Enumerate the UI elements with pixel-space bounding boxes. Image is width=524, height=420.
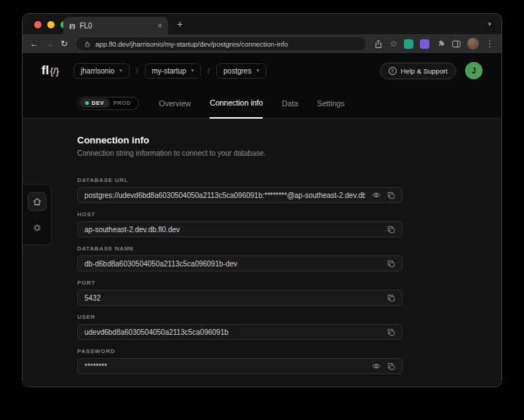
minimize-window-button[interactable] — [47, 21, 55, 28]
desktop-background: {/} FL0 × + ▾ ← → ↻ app.fl0.dev/jharriso… — [0, 0, 524, 420]
side-rail — [23, 184, 52, 245]
tab-connection-info[interactable]: Connection info — [210, 88, 263, 119]
extension-teal-icon[interactable] — [404, 39, 413, 49]
browser-window: {/} FL0 × + ▾ ← → ↻ app.fl0.dev/jharriso… — [22, 13, 502, 387]
field-label: PORT — [77, 280, 402, 286]
field-host: HOST ap-southeast-2.dev.db.fl0.dev — [77, 211, 402, 237]
tab-title: FL0 — [79, 22, 153, 30]
field-label: USER — [77, 314, 402, 320]
host-input[interactable]: ap-southeast-2.dev.db.fl0.dev — [77, 221, 402, 237]
field-value: db-d6bd8a6030504050a2113c5ca096091b-dev — [84, 260, 381, 268]
reveal-eye-icon[interactable] — [372, 362, 381, 371]
app-page: fl {/} jharrisonio ▾ / my-startup ▾ / — [23, 53, 501, 387]
tab-settings[interactable]: Settings — [317, 88, 345, 118]
copy-icon[interactable] — [387, 191, 395, 199]
field-value: ap-southeast-2.dev.db.fl0.dev — [84, 226, 381, 234]
copy-icon[interactable] — [387, 362, 395, 371]
password-input[interactable]: ******** — [77, 358, 402, 374]
field-label: DATABASE URL — [77, 177, 402, 183]
project-selector[interactable]: my-startup ▾ — [145, 63, 202, 79]
field-value: 5432 — [84, 294, 381, 302]
tab-favicon-icon: {/} — [69, 23, 75, 29]
browser-tab[interactable]: {/} FL0 × — [63, 17, 168, 34]
connection-info-panel: Connection info Connection string inform… — [77, 119, 402, 374]
reload-button[interactable]: ↻ — [60, 39, 68, 48]
copy-icon[interactable] — [387, 260, 395, 268]
user-input[interactable]: udevd6bd8a6030504050a2113c5ca096091b — [77, 324, 402, 340]
help-support-button[interactable]: ? Help & Support — [380, 63, 456, 79]
breadcrumb-separator: / — [207, 67, 210, 75]
url-text: app.fl0.dev/jharrisonio/my-startup/dev/p… — [95, 40, 288, 48]
address-bar[interactable]: app.fl0.dev/jharrisonio/my-startup/dev/p… — [76, 37, 365, 50]
field-value: postgres://udevd6bd8a6030504050a2113c5ca… — [84, 191, 365, 199]
field-database-name: DATABASE NAME db-d6bd8a6030504050a2113c5… — [77, 245, 402, 272]
page-subtitle: Connection string information to connect… — [77, 149, 402, 157]
home-nav-button[interactable] — [28, 192, 47, 211]
field-user: USER udevd6bd8a6030504050a2113c5ca096091… — [77, 314, 402, 340]
port-input[interactable]: 5432 — [77, 290, 402, 306]
chevron-down-icon: ▾ — [191, 68, 194, 74]
copy-icon[interactable] — [387, 328, 395, 336]
reveal-eye-icon[interactable] — [372, 191, 381, 199]
field-label: HOST — [77, 211, 402, 218]
field-label: DATABASE NAME — [77, 245, 402, 252]
lock-icon — [84, 40, 91, 48]
browser-menu-icon[interactable]: ⋮ — [485, 39, 494, 48]
logo-text: fl — [41, 64, 49, 77]
chevron-down-icon: ▾ — [119, 68, 122, 74]
tab-close-icon[interactable]: × — [158, 22, 162, 30]
main-area: Connection info Connection string inform… — [23, 119, 501, 387]
chevron-down-icon: ▾ — [256, 68, 259, 74]
fl0-logo[interactable]: fl {/} — [41, 64, 59, 77]
share-icon[interactable] — [374, 39, 383, 49]
service-name: postgres — [223, 67, 251, 75]
new-tab-button[interactable]: + — [177, 18, 183, 30]
forward-button[interactable]: → — [45, 39, 54, 48]
user-avatar[interactable]: J — [465, 62, 483, 79]
org-selector[interactable]: jharrisonio ▾ — [74, 63, 130, 79]
copy-icon[interactable] — [387, 294, 395, 302]
close-window-button[interactable] — [34, 21, 41, 28]
extensions-puzzle-icon[interactable] — [436, 39, 445, 49]
bookmark-star-icon[interactable]: ☆ — [389, 39, 397, 48]
tab-search-chevron-icon[interactable]: ▾ — [488, 20, 491, 28]
project-name: my-startup — [152, 67, 186, 75]
field-value: ******** — [84, 362, 365, 371]
field-database-url: DATABASE URL postgres://udevd6bd8a603050… — [77, 177, 402, 203]
service-selector[interactable]: postgres ▾ — [216, 63, 266, 79]
environment-toggle: DEV PROD — [77, 97, 139, 110]
settings-gear-button[interactable] — [28, 218, 47, 237]
org-name: jharrisonio — [81, 67, 114, 75]
env-dev-option[interactable]: DEV — [79, 98, 110, 108]
field-port: PORT 5432 — [77, 280, 402, 306]
env-dev-label: DEV — [92, 100, 104, 106]
browser-toolbar: ← → ↻ app.fl0.dev/jharrisonio/my-startup… — [23, 34, 501, 53]
back-button[interactable]: ← — [30, 39, 39, 48]
help-circle-icon: ? — [389, 67, 397, 75]
browser-profile-avatar[interactable] — [467, 38, 479, 49]
env-prod-option[interactable]: PROD — [114, 100, 137, 106]
field-password: PASSWORD ******** — [77, 348, 402, 374]
green-status-dot-icon — [85, 101, 89, 105]
logo-mark-icon: {/} — [50, 66, 59, 76]
app-tab-bar: DEV PROD Overview Connection info Data S… — [23, 88, 501, 119]
tab-overview[interactable]: Overview — [159, 88, 191, 118]
side-panel-icon[interactable] — [452, 40, 461, 48]
field-label: PASSWORD — [77, 348, 402, 354]
breadcrumb-separator: / — [136, 67, 138, 75]
extension-purple-icon[interactable] — [420, 39, 429, 49]
copy-icon[interactable] — [387, 226, 395, 234]
database-name-input[interactable]: db-d6bd8a6030504050a2113c5ca096091b-dev — [77, 255, 402, 272]
help-support-label: Help & Support — [401, 67, 448, 75]
breadcrumb: jharrisonio ▾ / my-startup ▾ / postgres … — [74, 63, 266, 79]
page-title: Connection info — [77, 135, 402, 146]
browser-tabstrip: {/} FL0 × + ▾ — [23, 14, 501, 34]
tab-data[interactable]: Data — [282, 88, 298, 118]
database-url-input[interactable]: postgres://udevd6bd8a6030504050a2113c5ca… — [77, 187, 402, 203]
field-value: udevd6bd8a6030504050a2113c5ca096091b — [84, 328, 381, 336]
app-header: fl {/} jharrisonio ▾ / my-startup ▾ / — [23, 53, 501, 88]
